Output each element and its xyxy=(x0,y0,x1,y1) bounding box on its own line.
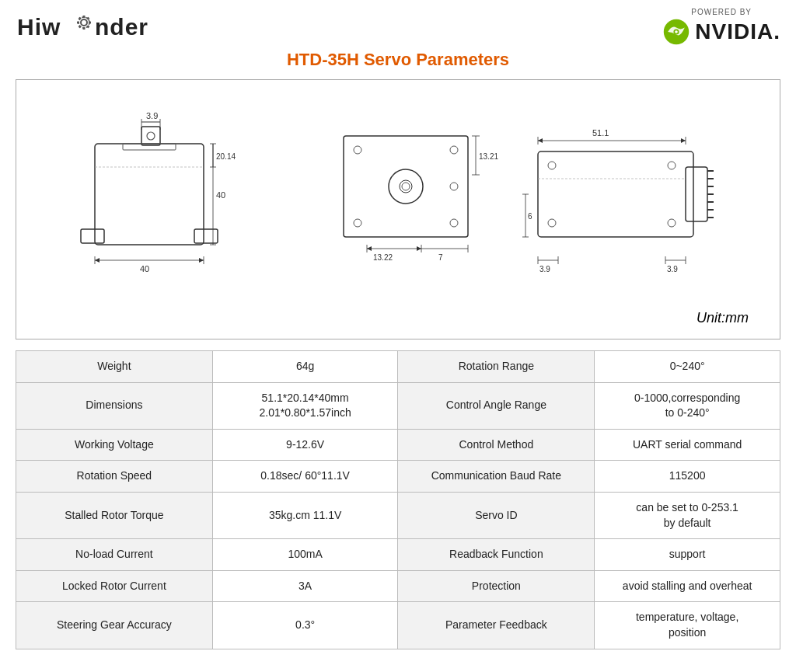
svg-text:40: 40 xyxy=(140,264,149,273)
param-label-right: Communication Baud Rate xyxy=(398,461,595,493)
param-value-right: can be set to 0-253.1by default xyxy=(595,492,780,538)
svg-text:13.22: 13.22 xyxy=(373,253,393,262)
param-label-right: Readback Function xyxy=(398,539,595,571)
table-row: Stalled Rotor Torque35kg.cm 11.1VServo I… xyxy=(16,492,780,538)
svg-rect-16 xyxy=(141,127,160,145)
svg-rect-3 xyxy=(83,16,86,18)
param-value-right: 0-1000,correspondingto 0-240° xyxy=(595,382,780,429)
svg-text:Hiw: Hiw xyxy=(17,14,61,40)
svg-text:40: 40 xyxy=(216,190,225,200)
svg-text:13.21: 13.21 xyxy=(479,152,498,161)
svg-rect-8 xyxy=(79,25,82,28)
param-value-left: 3A xyxy=(212,570,398,602)
param-value-left: 0.3° xyxy=(212,602,398,649)
svg-rect-25 xyxy=(123,144,176,150)
svg-point-72 xyxy=(668,162,676,169)
param-label-left: Steering Gear Accuracy xyxy=(16,602,213,649)
nvidia-block: POWERED BY NVIDIA. xyxy=(662,8,780,46)
table-row: Dimensions51.1*20.14*40mm2.01*0.80*1.57i… xyxy=(16,382,780,429)
param-label-left: Dimensions xyxy=(16,382,213,429)
param-label-right: Rotation Range xyxy=(398,351,595,383)
svg-point-74 xyxy=(668,219,676,227)
param-label-left: Rotation Speed xyxy=(16,461,213,493)
table-row: Working Voltage9-12.6VControl MethodUART… xyxy=(16,429,780,461)
param-value-right: 115200 xyxy=(595,461,780,493)
param-value-left: 100mA xyxy=(212,539,398,571)
table-row: Locked Rotor Current3AProtectionavoid st… xyxy=(16,570,780,602)
side-view-diagram: 13.21 13.22 7 xyxy=(320,97,499,299)
svg-rect-5 xyxy=(89,21,91,23)
nvidia-icon xyxy=(662,18,690,46)
param-label-left: No-load Current xyxy=(16,539,213,571)
svg-point-43 xyxy=(354,146,361,154)
back-view-diagram: 51.1 6 3.9 3.9 xyxy=(522,97,724,299)
param-value-right: UART serial command xyxy=(595,429,780,461)
param-value-left: 0.18sec/ 60°11.1V xyxy=(212,461,398,493)
diagrams-container: 3.9 20.14 40 40 xyxy=(32,89,764,307)
param-value-right: 0~240° xyxy=(595,351,780,383)
param-value-left: 64g xyxy=(212,351,398,383)
param-label-right: Control Angle Range xyxy=(398,382,595,429)
param-label-right: Parameter Feedback xyxy=(398,602,595,649)
table-row: Weight64gRotation Range0~240° xyxy=(16,351,780,383)
svg-point-47 xyxy=(450,183,458,190)
svg-text:3.9: 3.9 xyxy=(539,265,550,273)
svg-text:7: 7 xyxy=(438,253,443,262)
svg-rect-4 xyxy=(86,16,89,19)
svg-text:6: 6 xyxy=(528,212,532,221)
svg-marker-38 xyxy=(199,258,204,263)
svg-point-42 xyxy=(402,183,410,190)
param-label-right: Protection xyxy=(398,570,595,602)
svg-rect-39 xyxy=(344,136,468,237)
svg-marker-80 xyxy=(681,138,686,143)
param-label-left: Weight xyxy=(16,351,213,383)
svg-rect-9 xyxy=(77,21,79,23)
param-label-right: Servo ID xyxy=(398,492,595,538)
svg-text:3.9: 3.9 xyxy=(667,265,678,273)
svg-marker-60 xyxy=(417,246,421,251)
svg-point-1 xyxy=(81,19,87,26)
param-value-left: 35kg.cm 11.1V xyxy=(212,492,398,538)
param-value-left: 51.1*20.14*40mm2.01*0.80*1.57inch xyxy=(212,382,398,429)
table-row: Rotation Speed0.18sec/ 60°11.1VCommunica… xyxy=(16,461,780,493)
header: Hiw nder POWERED BY xyxy=(16,8,780,46)
svg-rect-22 xyxy=(81,229,104,243)
nvidia-logo: NVIDIA. xyxy=(662,18,780,46)
unit-label: Unit:mm xyxy=(32,310,764,326)
svg-marker-79 xyxy=(538,138,543,143)
svg-text:3.9: 3.9 xyxy=(146,111,158,120)
svg-point-41 xyxy=(400,180,412,193)
svg-point-40 xyxy=(389,169,423,204)
svg-rect-10 xyxy=(79,16,82,19)
nvidia-label: NVIDIA. xyxy=(695,19,780,44)
param-label-left: Locked Rotor Current xyxy=(16,570,213,602)
param-value-left: 9-12.6V xyxy=(212,429,398,461)
table-row: No-load Current100mAReadback Functionsup… xyxy=(16,539,780,571)
param-value-right: avoid stalling and overheat xyxy=(595,570,780,602)
svg-rect-6 xyxy=(86,25,89,28)
front-view-diagram: 3.9 20.14 40 40 xyxy=(72,97,297,299)
svg-rect-7 xyxy=(83,27,86,30)
param-label-left: Working Voltage xyxy=(16,429,213,461)
diagram-box: 3.9 20.14 40 40 xyxy=(16,79,780,339)
svg-point-73 xyxy=(548,219,556,227)
svg-rect-15 xyxy=(95,144,204,245)
svg-text:51.1: 51.1 xyxy=(592,128,609,138)
svg-marker-59 xyxy=(367,246,372,251)
table-row: Steering Gear Accuracy0.3°Parameter Feed… xyxy=(16,602,780,649)
svg-point-44 xyxy=(450,146,458,154)
param-label-right: Control Method xyxy=(398,429,595,461)
svg-text:20.14: 20.14 xyxy=(216,152,236,161)
svg-point-14 xyxy=(676,30,679,33)
param-value-right: temperature, voltage,position xyxy=(595,602,780,649)
svg-marker-37 xyxy=(95,258,100,263)
svg-text:nder: nder xyxy=(95,14,148,40)
svg-point-46 xyxy=(450,219,458,227)
logo: Hiw nder xyxy=(16,9,155,46)
page-title: HTD-35H Servo Parameters xyxy=(16,50,780,70)
powered-by-label: POWERED BY xyxy=(662,8,780,16)
svg-point-71 xyxy=(548,162,556,169)
svg-rect-23 xyxy=(194,229,218,243)
params-table: Weight64gRotation Range0~240°Dimensions5… xyxy=(16,350,780,649)
svg-rect-61 xyxy=(538,151,693,237)
